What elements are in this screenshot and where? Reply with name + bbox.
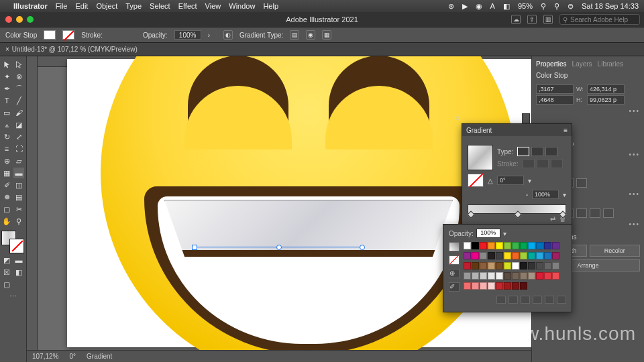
line-tool-icon[interactable]: ╱ bbox=[13, 95, 24, 106]
swatch[interactable] bbox=[504, 272, 511, 280]
chevron-down-icon[interactable]: ▾ bbox=[528, 177, 531, 184]
close-icon[interactable]: × bbox=[455, 115, 460, 122]
registration-icon[interactable]: ⊕ bbox=[449, 269, 460, 278]
align-top-icon[interactable] bbox=[576, 208, 587, 218]
swatch[interactable] bbox=[480, 272, 487, 280]
color-mode-icon[interactable]: ◩ bbox=[1, 255, 12, 265]
window-zoom[interactable] bbox=[27, 16, 34, 23]
swatch[interactable] bbox=[528, 272, 535, 280]
share-icon[interactable]: ⇪ bbox=[527, 15, 537, 24]
lasso-tool-icon[interactable]: ⊗ bbox=[13, 71, 24, 82]
menu-object[interactable]: Object bbox=[96, 2, 117, 10]
align-bottom-icon[interactable] bbox=[603, 208, 614, 218]
menu-help[interactable]: Help bbox=[263, 2, 278, 10]
swatch[interactable] bbox=[528, 262, 535, 269]
status-control-icon[interactable]: ⊜ bbox=[568, 2, 574, 11]
gradient-mid-handle[interactable] bbox=[276, 245, 282, 250]
rotate-tool-icon[interactable]: ↻ bbox=[1, 131, 12, 142]
help-search[interactable]: ⚲ Search Adobe Help bbox=[559, 14, 640, 25]
stroke-box[interactable] bbox=[9, 239, 24, 253]
swatch[interactable] bbox=[488, 242, 495, 249]
window-close[interactable] bbox=[5, 16, 12, 23]
more-options-icon[interactable]: ••• bbox=[536, 107, 640, 115]
swatch[interactable] bbox=[488, 252, 495, 259]
width-tool-icon[interactable]: ≡ bbox=[1, 143, 12, 154]
new-group-icon[interactable] bbox=[533, 296, 542, 304]
gradient-preview[interactable] bbox=[468, 145, 493, 170]
swatch[interactable] bbox=[504, 262, 511, 269]
status-search-icon[interactable]: ⚲ bbox=[554, 2, 559, 11]
swatch[interactable] bbox=[520, 242, 527, 249]
swatch[interactable] bbox=[504, 282, 511, 290]
swatch[interactable] bbox=[496, 282, 503, 290]
eyedropper-tool-icon[interactable]: ✐ bbox=[1, 180, 12, 190]
document-tab[interactable]: Untitled-13* @ 107,12 % (CMYK/Preview) bbox=[12, 46, 138, 53]
gradient-tool-icon[interactable]: ▬ bbox=[13, 168, 24, 178]
swatch[interactable] bbox=[544, 272, 551, 280]
emoji-teeth[interactable] bbox=[164, 200, 453, 257]
none-mode-icon[interactable]: ☒ bbox=[1, 267, 12, 278]
align-vcenter-icon[interactable] bbox=[590, 208, 600, 218]
swatch[interactable] bbox=[464, 242, 471, 249]
swatch-kind-icon[interactable] bbox=[449, 242, 460, 251]
swatch-options-icon[interactable] bbox=[521, 296, 530, 304]
swatch-none-icon[interactable] bbox=[449, 255, 460, 265]
pathfinder-icon[interactable] bbox=[576, 178, 587, 188]
gradient-mode-icon[interactable]: ▬ bbox=[13, 255, 24, 265]
swatch[interactable] bbox=[480, 262, 487, 269]
artboard-tool-icon[interactable]: ▢ bbox=[1, 204, 12, 215]
swatch[interactable] bbox=[504, 242, 511, 249]
window-minimize[interactable] bbox=[16, 16, 23, 23]
swatch[interactable] bbox=[512, 282, 519, 290]
type-tool-icon[interactable]: T bbox=[1, 95, 12, 106]
hand-tool-icon[interactable]: ✋ bbox=[1, 216, 12, 227]
curvature-tool-icon[interactable]: ⌒ bbox=[13, 83, 24, 94]
swatch[interactable] bbox=[480, 252, 487, 259]
swatch[interactable] bbox=[544, 262, 551, 269]
swatch[interactable] bbox=[520, 282, 527, 290]
swatch[interactable] bbox=[472, 262, 479, 269]
x-field[interactable]: ,3167 bbox=[536, 84, 574, 94]
fill-stroke-control[interactable] bbox=[1, 231, 24, 253]
angle-field[interactable]: 0° bbox=[497, 176, 524, 185]
freeform-type-icon[interactable] bbox=[545, 147, 557, 156]
slice-tool-icon[interactable]: ✂ bbox=[13, 204, 24, 215]
radial-grad-icon[interactable]: ◉ bbox=[306, 30, 315, 40]
direct-select-tool-icon[interactable] bbox=[13, 59, 24, 70]
swap-icon[interactable]: ⇄ bbox=[550, 215, 555, 223]
no-gradient-icon[interactable] bbox=[468, 174, 484, 187]
swatch[interactable] bbox=[536, 272, 543, 280]
selection-tool-icon[interactable] bbox=[1, 59, 12, 70]
scale-tool-icon[interactable]: ⤢ bbox=[13, 131, 24, 142]
swatch[interactable] bbox=[528, 242, 535, 249]
menu-select[interactable]: Select bbox=[150, 2, 170, 10]
chevron-right-icon[interactable]: › bbox=[572, 140, 574, 147]
chevron-down-icon[interactable]: ▾ bbox=[563, 191, 566, 198]
tab-libraries[interactable]: Libraries bbox=[598, 60, 623, 68]
edit-toolbar-icon[interactable]: ⋯ bbox=[1, 291, 24, 302]
cloud-icon[interactable]: ☁ bbox=[511, 15, 521, 24]
panel-menu-icon[interactable]: ≡ bbox=[564, 127, 568, 134]
swatch[interactable] bbox=[520, 272, 527, 280]
swatch[interactable] bbox=[480, 242, 487, 249]
swatch[interactable] bbox=[496, 242, 503, 249]
fill-swatch[interactable] bbox=[44, 30, 56, 40]
draw-mode-icon[interactable]: ◧ bbox=[13, 267, 24, 278]
gradient-slider[interactable] bbox=[468, 204, 566, 214]
arrange-icon[interactable]: ▥ bbox=[543, 15, 553, 24]
gradient-annotator[interactable] bbox=[195, 247, 362, 247]
linear-type-icon[interactable] bbox=[517, 147, 529, 156]
graph-tool-icon[interactable]: ▤ bbox=[13, 192, 24, 202]
swatch[interactable] bbox=[544, 242, 551, 249]
shape-builder-icon[interactable]: ⊕ bbox=[1, 156, 12, 166]
swatch[interactable] bbox=[544, 252, 551, 259]
magic-wand-tool-icon[interactable]: ✦ bbox=[1, 71, 12, 82]
swatch[interactable] bbox=[552, 272, 559, 280]
swatch[interactable] bbox=[496, 262, 503, 269]
menu-type[interactable]: Type bbox=[125, 2, 142, 10]
eraser-tool-icon[interactable]: ◪ bbox=[13, 119, 24, 130]
w-field[interactable]: 426,314 p bbox=[587, 84, 625, 94]
swatch[interactable] bbox=[504, 252, 511, 259]
menu-window[interactable]: Window bbox=[229, 2, 255, 10]
pen-tool-icon[interactable]: ✒ bbox=[1, 83, 12, 94]
